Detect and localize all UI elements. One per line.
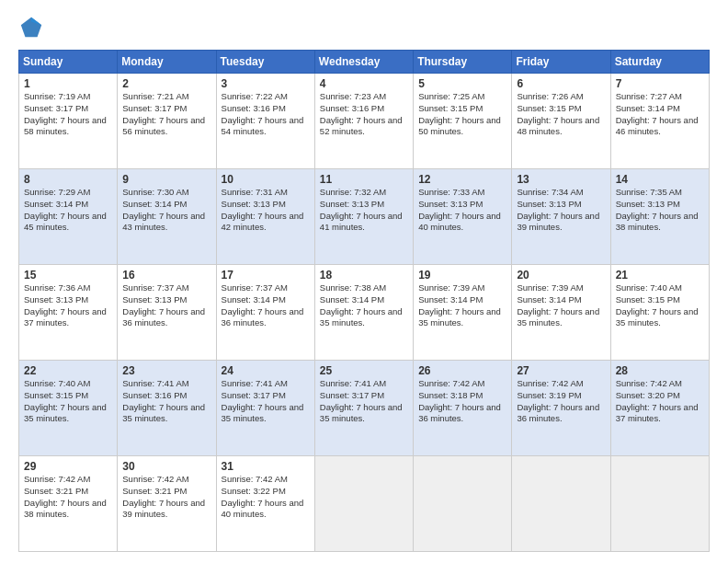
calendar-cell: 10Sunrise: 7:31 AMSunset: 3:13 PMDayligh… xyxy=(216,169,314,265)
day-info: Sunrise: 7:37 AMSunset: 3:13 PMDaylight:… xyxy=(122,282,210,329)
day-info: Sunrise: 7:42 AMSunset: 3:20 PMDaylight:… xyxy=(616,378,704,425)
calendar-cell: 21Sunrise: 7:40 AMSunset: 3:15 PMDayligh… xyxy=(610,265,709,361)
calendar-cell xyxy=(314,456,413,552)
day-number: 3 xyxy=(222,77,310,90)
day-info: Sunrise: 7:22 AMSunset: 3:16 PMDaylight:… xyxy=(222,91,310,138)
calendar-cell: 19Sunrise: 7:39 AMSunset: 3:14 PMDayligh… xyxy=(414,265,512,361)
day-number: 14 xyxy=(616,173,704,186)
calendar-week-1: 1Sunrise: 7:19 AMSunset: 3:17 PMDaylight… xyxy=(19,74,710,169)
calendar-cell: 29Sunrise: 7:42 AMSunset: 3:21 PMDayligh… xyxy=(19,456,118,552)
day-number: 7 xyxy=(616,77,704,90)
day-info: Sunrise: 7:38 AMSunset: 3:14 PMDaylight:… xyxy=(320,282,408,329)
calendar-cell: 24Sunrise: 7:41 AMSunset: 3:17 PMDayligh… xyxy=(216,361,314,456)
day-info: Sunrise: 7:21 AMSunset: 3:17 PMDaylight:… xyxy=(122,91,210,138)
day-number: 8 xyxy=(24,173,112,186)
calendar-week-3: 15Sunrise: 7:36 AMSunset: 3:13 PMDayligh… xyxy=(19,265,710,361)
calendar-cell: 20Sunrise: 7:39 AMSunset: 3:14 PMDayligh… xyxy=(512,265,610,361)
col-thursday: Thursday xyxy=(414,51,512,74)
calendar-cell: 31Sunrise: 7:42 AMSunset: 3:22 PMDayligh… xyxy=(216,456,314,552)
calendar-cell: 9Sunrise: 7:30 AMSunset: 3:14 PMDaylight… xyxy=(118,169,216,265)
day-number: 19 xyxy=(418,269,506,282)
calendar-body: 1Sunrise: 7:19 AMSunset: 3:17 PMDaylight… xyxy=(19,74,710,552)
calendar-cell: 25Sunrise: 7:41 AMSunset: 3:17 PMDayligh… xyxy=(314,361,413,456)
calendar-week-5: 29Sunrise: 7:42 AMSunset: 3:21 PMDayligh… xyxy=(19,456,710,552)
header-row: Sunday Monday Tuesday Wednesday Thursday… xyxy=(19,51,710,74)
day-number: 9 xyxy=(122,173,210,186)
day-info: Sunrise: 7:39 AMSunset: 3:14 PMDaylight:… xyxy=(418,282,506,329)
header xyxy=(18,15,710,40)
calendar-cell: 4Sunrise: 7:23 AMSunset: 3:16 PMDaylight… xyxy=(314,74,413,169)
day-info: Sunrise: 7:37 AMSunset: 3:14 PMDaylight:… xyxy=(222,282,310,329)
calendar-cell xyxy=(512,456,610,552)
day-info: Sunrise: 7:42 AMSunset: 3:21 PMDaylight:… xyxy=(24,474,112,521)
day-number: 24 xyxy=(222,364,310,377)
calendar-cell: 7Sunrise: 7:27 AMSunset: 3:14 PMDaylight… xyxy=(610,74,709,169)
day-info: Sunrise: 7:30 AMSunset: 3:14 PMDaylight:… xyxy=(122,187,210,234)
calendar-cell: 22Sunrise: 7:40 AMSunset: 3:15 PMDayligh… xyxy=(19,361,118,456)
col-tuesday: Tuesday xyxy=(216,51,314,74)
calendar-table: Sunday Monday Tuesday Wednesday Thursday… xyxy=(18,50,710,552)
day-number: 18 xyxy=(320,269,408,282)
col-friday: Friday xyxy=(512,51,610,74)
day-number: 31 xyxy=(222,460,310,473)
calendar-cell: 14Sunrise: 7:35 AMSunset: 3:13 PMDayligh… xyxy=(610,169,709,265)
day-number: 25 xyxy=(320,364,408,377)
col-wednesday: Wednesday xyxy=(314,51,413,74)
calendar-page: Sunday Monday Tuesday Wednesday Thursday… xyxy=(0,0,728,563)
day-info: Sunrise: 7:27 AMSunset: 3:14 PMDaylight:… xyxy=(616,91,704,138)
day-info: Sunrise: 7:36 AMSunset: 3:13 PMDaylight:… xyxy=(24,282,112,329)
logo xyxy=(18,15,48,40)
calendar-cell: 11Sunrise: 7:32 AMSunset: 3:13 PMDayligh… xyxy=(314,169,413,265)
calendar-cell: 2Sunrise: 7:21 AMSunset: 3:17 PMDaylight… xyxy=(118,74,216,169)
day-info: Sunrise: 7:35 AMSunset: 3:13 PMDaylight:… xyxy=(616,187,704,234)
calendar-cell: 26Sunrise: 7:42 AMSunset: 3:18 PMDayligh… xyxy=(414,361,512,456)
col-monday: Monday xyxy=(118,51,216,74)
day-info: Sunrise: 7:42 AMSunset: 3:22 PMDaylight:… xyxy=(222,474,310,521)
day-info: Sunrise: 7:41 AMSunset: 3:17 PMDaylight:… xyxy=(222,378,310,425)
day-info: Sunrise: 7:42 AMSunset: 3:19 PMDaylight:… xyxy=(517,378,605,425)
col-sunday: Sunday xyxy=(19,51,118,74)
calendar-cell: 18Sunrise: 7:38 AMSunset: 3:14 PMDayligh… xyxy=(314,265,413,361)
calendar-cell: 1Sunrise: 7:19 AMSunset: 3:17 PMDaylight… xyxy=(19,74,118,169)
calendar-week-2: 8Sunrise: 7:29 AMSunset: 3:14 PMDaylight… xyxy=(19,169,710,265)
day-info: Sunrise: 7:23 AMSunset: 3:16 PMDaylight:… xyxy=(320,91,408,138)
day-info: Sunrise: 7:31 AMSunset: 3:13 PMDaylight:… xyxy=(222,187,310,234)
day-number: 28 xyxy=(616,364,704,377)
day-info: Sunrise: 7:39 AMSunset: 3:14 PMDaylight:… xyxy=(517,282,605,329)
calendar-cell: 12Sunrise: 7:33 AMSunset: 3:13 PMDayligh… xyxy=(414,169,512,265)
day-number: 29 xyxy=(24,460,112,473)
calendar-cell: 15Sunrise: 7:36 AMSunset: 3:13 PMDayligh… xyxy=(19,265,118,361)
day-info: Sunrise: 7:42 AMSunset: 3:18 PMDaylight:… xyxy=(418,378,506,425)
day-info: Sunrise: 7:42 AMSunset: 3:21 PMDaylight:… xyxy=(122,474,210,521)
calendar-cell: 23Sunrise: 7:41 AMSunset: 3:16 PMDayligh… xyxy=(118,361,216,456)
calendar-week-4: 22Sunrise: 7:40 AMSunset: 3:15 PMDayligh… xyxy=(19,361,710,456)
day-info: Sunrise: 7:25 AMSunset: 3:15 PMDaylight:… xyxy=(418,91,506,138)
calendar-cell: 28Sunrise: 7:42 AMSunset: 3:20 PMDayligh… xyxy=(610,361,709,456)
calendar-cell: 27Sunrise: 7:42 AMSunset: 3:19 PMDayligh… xyxy=(512,361,610,456)
calendar-header: Sunday Monday Tuesday Wednesday Thursday… xyxy=(19,51,710,74)
calendar-cell: 3Sunrise: 7:22 AMSunset: 3:16 PMDaylight… xyxy=(216,74,314,169)
day-number: 21 xyxy=(616,269,704,282)
logo-icon xyxy=(18,15,44,40)
calendar-cell: 6Sunrise: 7:26 AMSunset: 3:15 PMDaylight… xyxy=(512,74,610,169)
calendar-cell xyxy=(414,456,512,552)
calendar-cell xyxy=(610,456,709,552)
day-info: Sunrise: 7:19 AMSunset: 3:17 PMDaylight:… xyxy=(24,91,112,138)
day-number: 13 xyxy=(517,173,605,186)
day-number: 17 xyxy=(222,269,310,282)
day-number: 11 xyxy=(320,173,408,186)
day-info: Sunrise: 7:41 AMSunset: 3:16 PMDaylight:… xyxy=(122,378,210,425)
day-number: 2 xyxy=(122,77,210,90)
day-info: Sunrise: 7:32 AMSunset: 3:13 PMDaylight:… xyxy=(320,187,408,234)
day-number: 30 xyxy=(122,460,210,473)
calendar-cell: 17Sunrise: 7:37 AMSunset: 3:14 PMDayligh… xyxy=(216,265,314,361)
day-info: Sunrise: 7:40 AMSunset: 3:15 PMDaylight:… xyxy=(24,378,112,425)
day-info: Sunrise: 7:40 AMSunset: 3:15 PMDaylight:… xyxy=(616,282,704,329)
day-info: Sunrise: 7:29 AMSunset: 3:14 PMDaylight:… xyxy=(24,187,112,234)
calendar-cell: 5Sunrise: 7:25 AMSunset: 3:15 PMDaylight… xyxy=(414,74,512,169)
day-number: 12 xyxy=(418,173,506,186)
calendar-cell: 16Sunrise: 7:37 AMSunset: 3:13 PMDayligh… xyxy=(118,265,216,361)
calendar-cell: 13Sunrise: 7:34 AMSunset: 3:13 PMDayligh… xyxy=(512,169,610,265)
day-number: 6 xyxy=(517,77,605,90)
day-info: Sunrise: 7:41 AMSunset: 3:17 PMDaylight:… xyxy=(320,378,408,425)
